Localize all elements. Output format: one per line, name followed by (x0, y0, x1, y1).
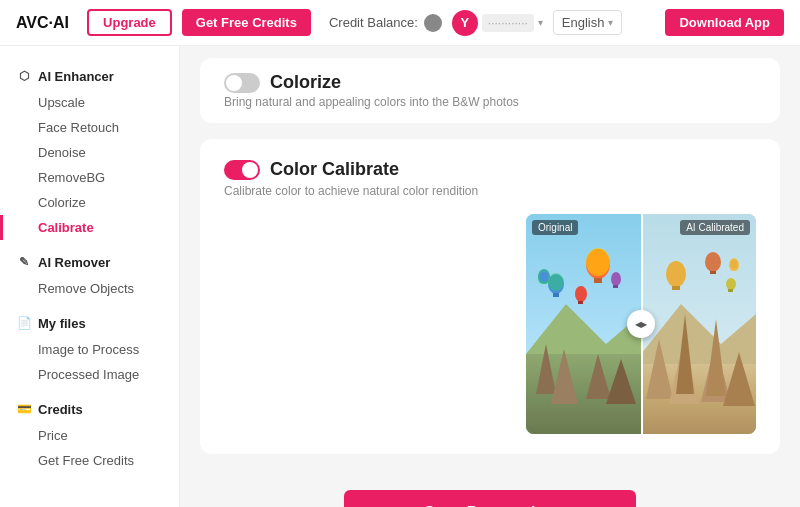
sidebar-credits-label: Credits (38, 402, 83, 417)
calibrate-card: Color Calibrate Calibrate color to achie… (200, 139, 780, 454)
remover-icon: ✎ (16, 254, 32, 270)
svg-point-26 (666, 261, 686, 287)
svg-point-11 (548, 273, 564, 291)
sidebar-item-calibrate[interactable]: Calibrate (0, 215, 179, 240)
sidebar-section-my-files[interactable]: 📄 My files (0, 309, 179, 337)
colorize-header: Colorize (224, 72, 756, 93)
content-area: Colorize Bring natural and appealing col… (180, 46, 800, 507)
app-header: AVC·AI Upgrade Get Free Credits Credit B… (0, 0, 800, 46)
original-image-svg (526, 214, 641, 434)
calibrate-title: Color Calibrate (270, 159, 399, 180)
svg-rect-27 (672, 286, 680, 290)
svg-rect-14 (578, 301, 583, 304)
svg-rect-29 (710, 271, 716, 274)
language-selector[interactable]: English ▾ (553, 10, 623, 35)
sidebar-ai-enhancer-label: AI Enhancer (38, 69, 114, 84)
svg-point-28 (705, 252, 721, 272)
colorize-description: Bring natural and appealing colors into … (224, 95, 756, 109)
credit-balance: Credit Balance: (329, 14, 442, 32)
user-avatar: Y (452, 10, 478, 36)
chevron-down-icon: ▾ (538, 17, 543, 28)
colorize-card: Colorize Bring natural and appealing col… (200, 58, 780, 123)
logo-text: AVC·AI (16, 14, 69, 32)
svg-rect-31 (728, 289, 733, 292)
compare-image-container: Original AI Calibrated (526, 214, 756, 434)
ai-calibrated-image (641, 214, 756, 434)
svg-rect-12 (553, 293, 559, 297)
language-label: English (562, 15, 605, 30)
process-section: Start Processing Warm Tips: The final pr… (200, 470, 780, 507)
colorize-toggle[interactable] (224, 73, 260, 93)
svg-rect-9 (594, 278, 602, 283)
user-menu[interactable]: Y ············ ▾ (452, 10, 543, 36)
files-icon: 📄 (16, 315, 32, 331)
credit-balance-label: Credit Balance: (329, 15, 418, 30)
svg-point-8 (586, 248, 610, 276)
badge-ai-calibrated: AI Calibrated (680, 220, 750, 235)
sidebar-item-upscale[interactable]: Upscale (0, 90, 179, 115)
colorize-title: Colorize (270, 72, 341, 93)
sidebar-ai-remover-label: AI Remover (38, 255, 110, 270)
calibrate-toggle[interactable] (224, 160, 260, 180)
credits-icon: 💳 (16, 401, 32, 417)
sidebar-item-remove-objects[interactable]: Remove Objects (0, 276, 179, 301)
sidebar-item-get-free-credits[interactable]: Get Free Credits (0, 448, 179, 473)
sidebar-item-price[interactable]: Price (0, 423, 179, 448)
lang-chevron-icon: ▾ (608, 17, 613, 28)
sidebar-my-files-label: My files (38, 316, 86, 331)
upgrade-button[interactable]: Upgrade (87, 9, 172, 36)
sidebar-item-processed-image[interactable]: Processed Image (0, 362, 179, 387)
badge-original: Original (532, 220, 578, 235)
sidebar: ⬡ AI Enhancer Upscale Face Retouch Denoi… (0, 46, 180, 507)
content-inner: Colorize Bring natural and appealing col… (180, 46, 800, 507)
start-processing-button[interactable]: Start Processing (344, 490, 636, 507)
original-image (526, 214, 641, 434)
sidebar-item-removebg[interactable]: RemoveBG (0, 165, 179, 190)
sidebar-item-image-to-process[interactable]: Image to Process (0, 337, 179, 362)
download-app-button[interactable]: Download App (665, 9, 784, 36)
calibrate-header: Color Calibrate (224, 159, 756, 180)
svg-rect-16 (613, 285, 618, 288)
get-free-credits-header-button[interactable]: Get Free Credits (182, 9, 311, 36)
sidebar-section-ai-enhancer[interactable]: ⬡ AI Enhancer (0, 62, 179, 90)
enhancer-icon: ⬡ (16, 68, 32, 84)
sidebar-item-face-retouch[interactable]: Face Retouch (0, 115, 179, 140)
sidebar-section-ai-remover[interactable]: ✎ AI Remover (0, 248, 179, 276)
sidebar-item-denoise[interactable]: Denoise (0, 140, 179, 165)
main-layout: ⬡ AI Enhancer Upscale Face Retouch Denoi… (0, 46, 800, 507)
credit-coin-icon (424, 14, 442, 32)
sidebar-section-credits[interactable]: 💳 Credits (0, 395, 179, 423)
compare-handle[interactable] (627, 310, 655, 338)
ai-image-svg (641, 214, 756, 434)
user-name: ············ (482, 14, 534, 32)
svg-point-15 (611, 272, 621, 286)
sidebar-item-colorize[interactable]: Colorize (0, 190, 179, 215)
svg-point-13 (575, 286, 587, 302)
svg-point-30 (726, 278, 736, 290)
app-logo: AVC·AI (16, 14, 69, 32)
calibrate-description: Calibrate color to achieve natural color… (224, 184, 756, 198)
